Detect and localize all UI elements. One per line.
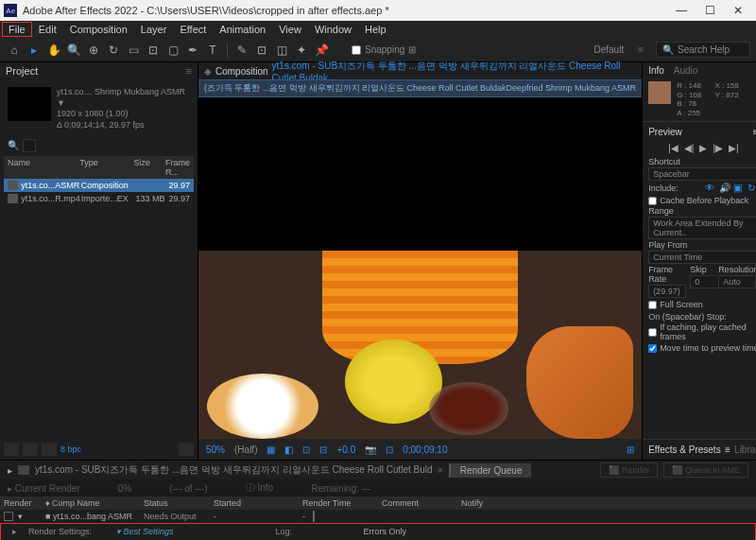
menu-layer[interactable]: Layer: [134, 22, 174, 37]
comp-breadcrumb[interactable]: (즈가득 두툼한 ...음면 먹방 새우튀김까지 리얼사운드 Cheese Ro…: [198, 79, 642, 97]
render-queue-item[interactable]: ▾ ■ yt1s.co...bang ASMRNeeds Output--: [0, 510, 756, 523]
zoom-tool-icon[interactable]: 🔍: [65, 42, 82, 59]
shortcut-dropdown[interactable]: Spacebar: [648, 167, 756, 181]
viewer-mask-icon[interactable]: ◧: [284, 444, 293, 455]
current-time[interactable]: 0;00;09;10: [403, 444, 447, 455]
workspace-selector[interactable]: Default: [593, 44, 624, 55]
interpret-icon[interactable]: [4, 443, 19, 456]
menu-edit[interactable]: Edit: [32, 22, 63, 37]
framerate-input[interactable]: (29.97): [648, 285, 686, 298]
brush-tool-icon[interactable]: ✎: [233, 42, 250, 59]
clone-tool-icon[interactable]: ⊡: [253, 42, 270, 59]
exposure-value[interactable]: +0.0: [336, 444, 355, 455]
include-audio-icon[interactable]: 🔊: [719, 183, 730, 194]
viewer-transparency-icon[interactable]: ⊟: [319, 444, 327, 455]
cache-checkbox[interactable]: [648, 197, 657, 205]
home-icon[interactable]: ⌂: [6, 42, 23, 59]
close-button[interactable]: ✕: [724, 0, 752, 21]
play-icon[interactable]: ▶: [699, 143, 707, 153]
project-thumbnail: [8, 87, 51, 121]
resolution-dropdown[interactable]: (Half): [234, 444, 257, 455]
prev-frame-icon[interactable]: ◀|: [684, 143, 695, 153]
menu-view[interactable]: View: [272, 22, 308, 37]
project-search-icon[interactable]: 🔍: [8, 140, 19, 150]
project-item[interactable]: yt1s.co...R.mp4Importe...EX133 MB29.97: [4, 192, 194, 205]
viewer-snapshot-icon[interactable]: 📷: [365, 444, 376, 455]
render-button[interactable]: ⬛ Render: [600, 462, 658, 478]
project-search-input[interactable]: [23, 139, 36, 152]
comp-icon[interactable]: [42, 443, 57, 456]
project-tab[interactable]: Project: [6, 65, 38, 77]
roto-tool-icon[interactable]: ✦: [293, 42, 310, 59]
menu-composition[interactable]: Composition: [63, 22, 134, 37]
audio-tab[interactable]: Audio: [674, 65, 698, 76]
menu-help[interactable]: Help: [358, 22, 393, 37]
move-time-checkbox[interactable]: [648, 344, 657, 353]
playfrom-dropdown[interactable]: Current Time: [648, 251, 756, 264]
last-frame-icon[interactable]: ▶|: [729, 143, 739, 153]
camera-tool-icon[interactable]: ▭: [125, 42, 142, 59]
hand-tool-icon[interactable]: ✋: [45, 42, 62, 59]
viewer-region-icon[interactable]: ⊡: [386, 444, 393, 455]
eraser-tool-icon[interactable]: ◫: [273, 42, 290, 59]
snapping-toggle[interactable]: Snapping ⊞: [352, 44, 416, 55]
zoom-level[interactable]: 50%: [206, 444, 225, 455]
cache-frames-checkbox[interactable]: [648, 328, 657, 337]
orbit-tool-icon[interactable]: ⊕: [85, 42, 102, 59]
folder-icon[interactable]: [23, 443, 38, 456]
current-render-toggle[interactable]: ▸ Current Render: [8, 483, 80, 494]
render-settings-value[interactable]: ▾ Best Settings: [116, 527, 174, 536]
libraries-tab[interactable]: Librar: [734, 444, 756, 455]
timeline-toggle-icon[interactable]: ▸: [8, 465, 12, 476]
include-loop-icon[interactable]: ↻: [747, 183, 756, 194]
bpc-toggle[interactable]: 8 bpc: [60, 444, 81, 454]
rotate-tool-icon[interactable]: ↻: [105, 42, 122, 59]
snapping-options-icon[interactable]: ⊞: [408, 44, 416, 55]
panel-menu-icon[interactable]: ≡: [186, 65, 192, 77]
composition-panel: ◆ Composition yt1s.com - SUB치즈가득 두툼한 ...…: [198, 62, 642, 460]
layer-icon: [18, 465, 29, 475]
selection-tool-icon[interactable]: ▸: [26, 42, 43, 59]
render-checkbox[interactable]: [4, 512, 13, 521]
snapping-checkbox[interactable]: [352, 45, 361, 55]
minimize-button[interactable]: —: [667, 0, 696, 21]
viewer-3d-icon[interactable]: ⊞: [627, 444, 634, 455]
fullscreen-checkbox[interactable]: [648, 301, 657, 309]
composition-viewer[interactable]: [198, 97, 642, 439]
expand-icon[interactable]: ▾: [18, 512, 23, 521]
render-of: (--- of ---): [169, 483, 208, 494]
include-overlay-icon[interactable]: ▣: [733, 183, 745, 194]
info-tab[interactable]: Info: [648, 65, 664, 76]
menu-file[interactable]: File: [2, 22, 32, 37]
resolution-input[interactable]: Auto: [718, 275, 756, 288]
first-frame-icon[interactable]: |◀: [668, 143, 679, 153]
expand-rs-icon[interactable]: ▸: [12, 527, 17, 536]
viewer-channel-icon[interactable]: ⊡: [302, 444, 310, 455]
delete-icon[interactable]: [179, 443, 194, 456]
include-video-icon[interactable]: 👁: [705, 183, 716, 194]
shape-tool-icon[interactable]: ▢: [164, 42, 181, 59]
workspace-menu-icon[interactable]: ≡: [638, 44, 644, 55]
menu-animation[interactable]: Animation: [213, 22, 272, 37]
range-dropdown[interactable]: Work Area Extended By Current..: [648, 217, 756, 239]
puppet-tool-icon[interactable]: 📌: [313, 42, 330, 59]
notify-checkbox[interactable]: [313, 511, 315, 522]
text-tool-icon[interactable]: T: [204, 42, 221, 59]
project-item[interactable]: yt1s.co...ASMRComposition29.97: [4, 179, 194, 192]
menu-window[interactable]: Window: [308, 22, 358, 37]
render-queue-tab[interactable]: Render Queue: [449, 463, 532, 478]
pan-behind-tool-icon[interactable]: ⊡: [145, 42, 162, 59]
effects-tab[interactable]: Effects & Presets: [648, 444, 721, 455]
menu-effect[interactable]: Effect: [173, 22, 213, 37]
viewer-grid-icon[interactable]: ▦: [266, 444, 275, 455]
queue-ame-button[interactable]: ⬛ Queue in AME: [663, 462, 748, 478]
effects-menu-icon[interactable]: ≡: [725, 444, 730, 455]
framerate-label: Frame Rate: [648, 265, 686, 284]
timeline-tab[interactable]: yt1s.com - SUB치즈가득 두툼한 ...음면 먹방 새우튀김까지 리…: [35, 463, 432, 477]
marker-icon[interactable]: ◆: [204, 66, 212, 77]
next-frame-icon[interactable]: |▶: [713, 143, 723, 153]
log-value[interactable]: Errors Only: [364, 527, 407, 536]
maximize-button[interactable]: ☐: [696, 0, 724, 21]
search-help[interactable]: 🔍 Search Help: [656, 42, 750, 58]
pen-tool-icon[interactable]: ✒: [184, 42, 201, 59]
